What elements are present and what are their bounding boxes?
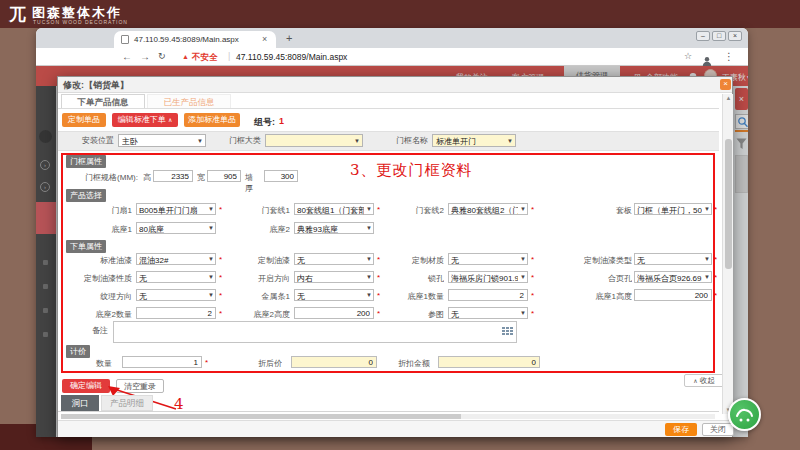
discount-amount-input[interactable]: 0 [438,356,540,368]
chevron-down-icon: ▼ [208,225,214,231]
floating-contact-button[interactable] [728,398,761,431]
frame-width-input[interactable]: 905 [207,170,241,182]
base2-select[interactable]: 典雅93底座▼ [294,222,374,234]
casing1-select[interactable]: 80套线组1（门套部件）▼ [294,203,374,215]
tab-close-icon[interactable]: × [262,34,267,44]
browser-tab-bar: 47.110.59.45:8089/Main.aspx × + – □ × [36,28,748,48]
scrollbar-thumb[interactable] [725,139,732,269]
discount-price-label: 折后价 [218,358,282,369]
qty-label: 数量 [68,358,112,369]
tab-product-detail[interactable]: 产品明细 [101,395,153,411]
vertical-scrollbar[interactable]: ▲ ▼ [722,94,733,414]
base1-height-input[interactable]: 200 [634,289,712,301]
window-close-button[interactable]: × [728,31,742,41]
field-label: 金属条1 [224,291,290,302]
field-label: 底座2数量 [68,309,132,320]
width-label: 宽 [197,172,205,183]
field-label: 底座1数量 [378,291,444,302]
chevron-down-icon: ▼ [208,206,214,212]
field-label: 定制油漆类型 [534,255,632,266]
wall-thickness-label: 墙厚 [245,172,253,194]
qty-input[interactable]: 1 [122,356,202,368]
required-mark: * [714,205,717,214]
base1-select[interactable]: 80底座▼ [136,222,216,234]
remark-input[interactable] [113,321,517,343]
custom-material-select[interactable]: 无▼ [448,253,528,265]
tab-title: 47.110.59.45:8089/Main.aspx [134,35,239,44]
field-label: 底座1 [68,224,132,235]
window-minimize-button[interactable]: – [696,31,710,41]
forward-icon[interactable]: → [140,51,150,62]
opening-direction-select[interactable]: 内右▼ [294,271,374,283]
hinge-hole-select[interactable]: 海福乐合页926.69.213▼ [634,271,712,283]
collapse-caret-icon: ∧ [693,378,697,384]
divider [58,411,719,412]
metal-strip1-select[interactable]: 无▼ [294,289,374,301]
field-label: 合页孔 [534,273,632,284]
reload-icon[interactable]: ↻ [158,51,166,61]
save-button[interactable]: 保存 [665,423,697,436]
standard-paint-select[interactable]: 混油32#▼ [136,253,216,265]
field-label: 定制油漆性质 [68,273,132,284]
url-text[interactable]: 47.110.59.45:8089/Main.aspx [236,52,347,62]
required-mark: * [714,291,717,300]
chevron-down-icon: ▼ [208,274,214,280]
chevron-down-icon: ▼ [366,206,372,212]
browser-menu-icon[interactable]: ⋮ [724,51,734,62]
back-icon[interactable]: ← [122,51,132,62]
chevron-down-icon: ▼ [704,206,710,212]
grain-direction-select[interactable]: 无▼ [136,289,216,301]
modal-footer [58,420,732,437]
horizontal-scrollbar[interactable] [61,414,715,419]
custom-paint-type-select[interactable]: 无▼ [634,253,712,265]
base1-qty-input[interactable]: 2 [448,289,528,301]
frame-spec-label: 门框规格(MM): [68,172,138,183]
required-mark: * [219,309,222,318]
lock-hole-select[interactable]: 海福乐房门锁901.99.772▼ [448,271,528,283]
chevron-down-icon: ▼ [208,292,214,298]
base2-height-input[interactable]: 200 [294,307,374,319]
browser-window: 47.110.59.45:8089/Main.aspx × + – □ × ← … [36,28,748,437]
tab-opening[interactable]: 洞口 [61,395,99,411]
required-mark: * [531,309,534,318]
chevron-down-icon: ▼ [208,256,214,262]
chevron-down-icon: ▼ [366,225,372,231]
cover-board-select[interactable]: 门框（单开门，50厚门套）▼ [634,203,712,215]
new-tab-button[interactable]: + [286,32,292,44]
discount-price-input[interactable]: 0 [291,356,377,368]
security-label[interactable]: 不安全 [192,52,218,64]
sales-order-modal: 修改:【销货单】 × 下单产品信息 已生产品信息 定制单品 编辑标准下单 ∧ 添… [57,76,733,437]
chevron-down-icon: ▼ [366,256,372,262]
bookmark-star-icon[interactable]: ☆ [684,51,692,61]
required-mark: * [219,205,222,214]
custom-paint-select[interactable]: 无▼ [294,253,374,265]
field-label: 锁孔 [378,273,444,284]
collapse-button[interactable]: ∧ 收起 [684,374,724,387]
brand-subtitle: TUCSON WOOD DECORATION [33,19,128,25]
confirm-edit-button[interactable]: 确定编辑 [62,379,110,393]
height-label: 高 [143,172,151,183]
base2-qty-input[interactable]: 2 [136,307,216,319]
casing2-select[interactable]: 典雅80套线组2（门套部件）▼ [448,203,528,215]
field-label: 开启方向 [224,273,290,284]
required-mark: * [205,358,208,367]
remark-grid-icon[interactable] [502,322,513,340]
scrollbar-thumb[interactable] [61,414,461,419]
chevron-down-icon: ▼ [366,292,372,298]
wall-thickness-input[interactable]: 300 [264,170,298,182]
field-label: 门套线1 [224,205,290,216]
door-leaf1-select[interactable]: B005单开门门扇▼ [136,203,216,215]
frame-height-input[interactable]: 2335 [153,170,193,182]
custom-paint-nature-select[interactable]: 无▼ [136,271,216,283]
brand-logo-icon: 兀 [9,3,26,26]
discount-amount-label: 折扣金额 [366,358,430,369]
required-mark: * [714,255,717,264]
field-label: 定制材质 [378,255,444,266]
chevron-down-icon: ▼ [520,206,526,212]
window-maximize-button[interactable]: □ [712,31,726,41]
chevron-down-icon: ▼ [366,274,372,280]
field-label: 纹理方向 [68,291,132,302]
browser-tab[interactable]: 47.110.59.45:8089/Main.aspx × [114,31,276,48]
reference-drawing-select[interactable]: 无▼ [448,307,528,319]
scroll-up-icon[interactable]: ▲ [723,95,734,101]
